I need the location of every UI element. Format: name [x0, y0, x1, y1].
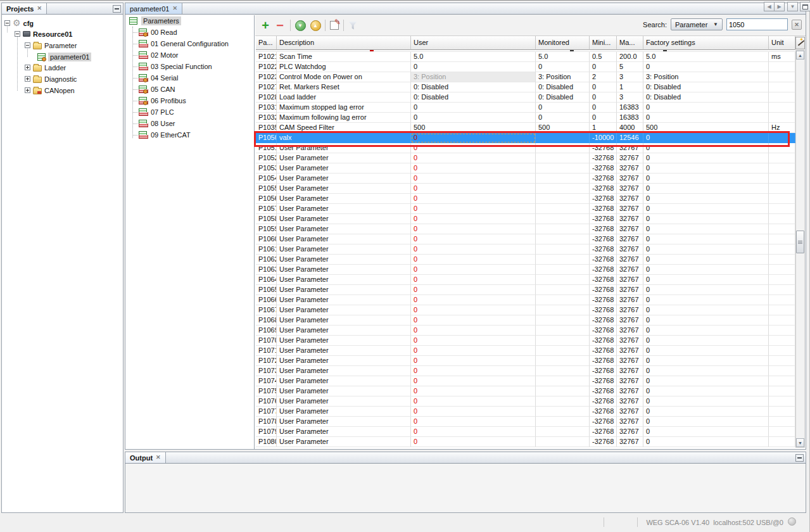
- cell-minimum[interactable]: -32768: [590, 163, 617, 174]
- cell-monitored[interactable]: [536, 437, 590, 447]
- cell-unit[interactable]: [769, 437, 795, 447]
- cell-minimum[interactable]: -32768: [590, 427, 617, 437]
- cell-parameter[interactable]: P1055: [256, 184, 277, 194]
- cell-unit[interactable]: [769, 427, 795, 437]
- cell-unit[interactable]: [769, 295, 795, 305]
- cell-minimum[interactable]: 0: [590, 113, 617, 123]
- cell-parameter[interactable]: P1068: [256, 315, 277, 326]
- cell-factory-settings[interactable]: 0: Disabled: [643, 82, 769, 92]
- cell-maximum[interactable]: 32767: [617, 356, 643, 366]
- cell-parameter[interactable]: P1073: [256, 366, 277, 376]
- cell-minimum[interactable]: -32768: [590, 305, 617, 315]
- cell-description[interactable]: User Parameter: [277, 224, 411, 234]
- cell-monitored[interactable]: [536, 244, 590, 255]
- cell-maximum[interactable]: 32767: [617, 143, 643, 153]
- cell-monitored[interactable]: 0: [536, 62, 590, 72]
- cell-description[interactable]: User Parameter: [277, 295, 411, 305]
- params-group-item[interactable]: 07 PLC: [125, 106, 254, 118]
- cell-description[interactable]: Maximum following lag error: [277, 113, 411, 123]
- cell-parameter[interactable]: P1053: [256, 163, 277, 174]
- scroll-up-icon[interactable]: ▲: [796, 51, 804, 60]
- table-row-P1051[interactable]: P1051User Parameter0-32768327670: [256, 143, 795, 153]
- cell-monitored[interactable]: [536, 234, 590, 244]
- cell-parameter[interactable]: P1076: [256, 396, 277, 407]
- cell-factory-settings[interactable]: 0: [643, 315, 769, 326]
- cell-unit[interactable]: [769, 194, 795, 204]
- cell-description[interactable]: User Parameter: [277, 143, 411, 153]
- table-row-P1070[interactable]: P1070User Parameter0-32768327670: [256, 336, 795, 346]
- cell-maximum[interactable]: 32767: [617, 174, 643, 184]
- cell-description[interactable]: User Parameter: [277, 386, 411, 396]
- cell-user[interactable]: 0: [411, 295, 536, 305]
- cell-maximum[interactable]: 32767: [617, 417, 643, 427]
- cell-user[interactable]: 0: [411, 184, 536, 194]
- cell-unit[interactable]: [769, 163, 795, 174]
- cell-monitored[interactable]: [536, 326, 590, 336]
- cell-minimum[interactable]: 0.5: [590, 52, 617, 62]
- remove-parameter-button[interactable]: −: [273, 18, 287, 32]
- cell-monitored[interactable]: [536, 143, 590, 153]
- cell-unit[interactable]: [769, 366, 795, 376]
- cell-maximum[interactable]: 32767: [617, 376, 643, 386]
- cell-minimum[interactable]: -32768: [590, 295, 617, 305]
- cell-maximum[interactable]: 1: [617, 82, 643, 92]
- cell-user[interactable]: 0: [411, 346, 536, 356]
- close-icon[interactable]: ✕: [37, 6, 42, 11]
- cell-maximum[interactable]: 200.0: [617, 52, 643, 62]
- scroll-tabs-left-icon[interactable]: ◀: [764, 2, 775, 11]
- cell-maximum[interactable]: 12546: [617, 133, 643, 143]
- table-row-P1069[interactable]: P1069User Parameter0-32768327670: [256, 326, 795, 336]
- table-row-P1066[interactable]: P1066User Parameter0-32768327670: [256, 295, 795, 305]
- cell-parameter[interactable]: P1070: [256, 336, 277, 346]
- cell-unit[interactable]: [769, 103, 795, 113]
- cell-factory-settings[interactable]: 0: [643, 184, 769, 194]
- cell-description[interactable]: Load ladder: [277, 92, 411, 103]
- table-row-P1057[interactable]: P1057User Parameter0-32768327670: [256, 204, 795, 214]
- cell-minimum[interactable]: -32768: [590, 396, 617, 407]
- cell-unit[interactable]: [769, 396, 795, 407]
- cell-monitored[interactable]: [536, 255, 590, 265]
- cell-parameter[interactable]: P1075: [256, 386, 277, 396]
- cell-description[interactable]: User Parameter: [277, 315, 411, 326]
- cell-minimum[interactable]: -32768: [590, 285, 617, 295]
- cell-unit[interactable]: [769, 376, 795, 386]
- cell-parameter[interactable]: P1051: [256, 143, 277, 153]
- table-row-P1050[interactable]: P1050valx0-10000125460: [256, 133, 795, 143]
- table-row-P1077[interactable]: P1077User Parameter0-32768327670: [256, 407, 795, 417]
- cell-user[interactable]: 3: Position: [411, 72, 536, 82]
- cell-factory-settings[interactable]: 0: [643, 224, 769, 234]
- cell-user[interactable]: 0: [411, 62, 536, 72]
- cell-maximum[interactable]: 32767: [617, 275, 643, 285]
- cell-factory-settings[interactable]: 0: [643, 143, 769, 153]
- cell-parameter[interactable]: P1052: [256, 153, 277, 163]
- cell-factory-settings[interactable]: 0: [643, 346, 769, 356]
- cell-factory-settings[interactable]: 0: [643, 275, 769, 285]
- cell-monitored[interactable]: [536, 214, 590, 224]
- cell-parameter[interactable]: P1059: [256, 224, 277, 234]
- search-input[interactable]: [726, 18, 788, 30]
- cell-monitored[interactable]: [536, 275, 590, 285]
- cell-factory-settings[interactable]: 0: [643, 336, 769, 346]
- table-row-P1063[interactable]: P1063User Parameter0-32768327670: [256, 265, 795, 275]
- cell-unit[interactable]: [769, 92, 795, 103]
- cell-monitored[interactable]: [536, 224, 590, 234]
- cell-factory-settings[interactable]: 0: [643, 407, 769, 417]
- cell-description[interactable]: User Parameter: [277, 376, 411, 386]
- cell-user[interactable]: 500: [411, 123, 536, 133]
- cell-monitored[interactable]: [536, 194, 590, 204]
- cell-maximum[interactable]: 3: [617, 92, 643, 103]
- cell-unit[interactable]: [769, 82, 795, 92]
- cell-description[interactable]: User Parameter: [277, 346, 411, 356]
- cell-parameter[interactable]: P1079: [256, 427, 277, 437]
- scroll-tabs-right-icon[interactable]: ▶: [774, 2, 785, 11]
- cell-factory-settings[interactable]: 0: [643, 437, 769, 447]
- cell-factory-settings[interactable]: 3: Position: [643, 72, 769, 82]
- cell-monitored[interactable]: [536, 153, 590, 163]
- cell-description[interactable]: Scan Time: [277, 52, 411, 62]
- expand-icon[interactable]: [25, 76, 30, 82]
- table-row-P1028[interactable]: P1028Load ladder0: Disabled0: Disabled03…: [256, 92, 795, 103]
- cell-factory-settings[interactable]: 0: [643, 204, 769, 214]
- table-row-P1031[interactable]: P1031Maximum stopped lag error000163830: [256, 103, 795, 113]
- collapse-icon[interactable]: [4, 20, 10, 26]
- cell-user[interactable]: 0: [411, 153, 536, 163]
